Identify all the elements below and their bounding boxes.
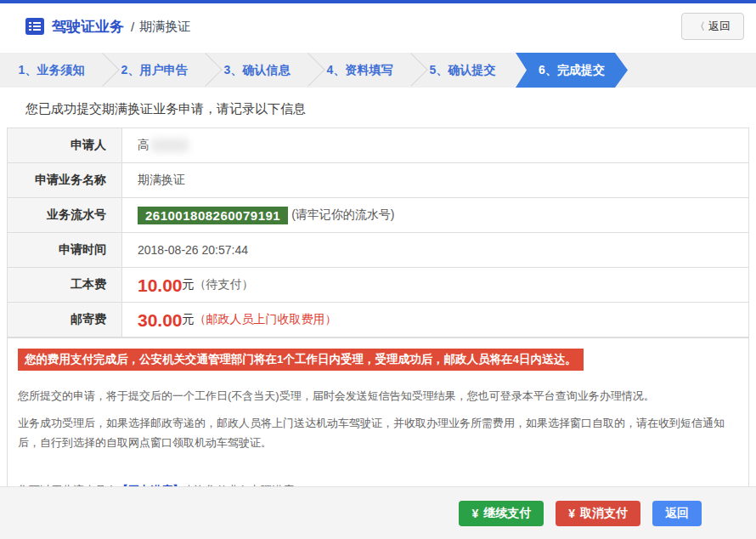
return-label: 返回 (665, 506, 689, 521)
row-label: 工本费 (8, 268, 122, 302)
cancel-payment-button[interactable]: ¥ 取消支付 (556, 501, 640, 526)
application-info-table: 申请人 高 申请业务名称 期满换证 业务流水号 2610018082600791… (7, 128, 749, 517)
row-value: 2018-08-26 20:57:44 (122, 233, 748, 267)
step-label: 3、确认信息 (224, 63, 291, 77)
return-button[interactable]: 返回 (652, 501, 702, 526)
row-label: 申请时间 (8, 233, 122, 267)
row-value: 高 (122, 128, 748, 162)
back-button-label: 返回 (708, 19, 731, 34)
row-label: 业务流水号 (8, 198, 122, 232)
payment-warning-banner: 您的费用支付完成后，公安机关交通管理部门将在1个工作日内受理，受理成功后，邮政人… (18, 349, 584, 371)
table-row-apply-time: 申请时间 2018-08-26 20:57:44 (8, 233, 748, 268)
table-row-mail-fee: 邮寄费 30.00 元 （邮政人员上门收取费用） (8, 303, 748, 338)
yen-icon: ¥ (471, 507, 478, 520)
applicant-name: 高 (138, 138, 150, 153)
step-tab-1: 1、业务须知 (0, 53, 103, 88)
row-value: 10.00 元 （待支付） (122, 268, 748, 302)
step-label: 5、确认提交 (430, 63, 496, 77)
breadcrumb-current: 期满换证 (139, 19, 190, 35)
table-row-applicant: 申请人 高 (8, 128, 748, 163)
notice-paragraph-2: 业务成功受理后，如果选择邮政寄递的，邮政人员将上门送达机动车驾驶证，并收取办理业… (18, 414, 736, 453)
step-tab-6-active: 6、完成提交 (516, 53, 628, 88)
step-label: 1、业务须知 (19, 63, 85, 77)
breadcrumb-separator: / (131, 20, 134, 34)
table-row-serial-number: 业务流水号 261001808260079191 (请牢记你的流水号) (8, 198, 748, 233)
row-value: 30.00 元 （邮政人员上门收取费用） (122, 303, 748, 337)
redacted-name-blur (151, 139, 189, 152)
yen-icon: ¥ (568, 507, 575, 520)
step-tab-2: 2、用户申告 (103, 53, 206, 88)
row-label: 邮寄费 (8, 303, 122, 337)
steps-filler (628, 53, 756, 88)
row-label: 申请业务名称 (8, 163, 122, 197)
fee-note: （邮政人员上门收取费用） (195, 312, 337, 327)
step-tab-5: 5、确认提交 (411, 53, 514, 88)
table-row-business-name: 申请业务名称 期满换证 (8, 163, 748, 198)
fee-note: （待支付） (195, 277, 254, 292)
page: 驾驶证业务 / 期满换证 〈 返回 1、业务须知 2、用户申告 3、确认信息 4… (0, 0, 756, 539)
step-label: 2、用户申告 (121, 63, 188, 77)
continue-payment-label: 继续支付 (483, 506, 531, 521)
step-progress-bar: 1、业务须知 2、用户申告 3、确认信息 4、资料填写 5、确认提交 6、完成提… (0, 53, 756, 88)
list-form-icon (25, 18, 44, 35)
cancel-payment-label: 取消支付 (580, 506, 628, 521)
row-label: 申请人 (8, 128, 122, 162)
step-tab-3: 3、确认信息 (206, 53, 308, 88)
notice-paragraph-1: 您所提交的申请，将于提交后的一个工作日(不含当天)受理，届时会发送短信告知受理结… (18, 387, 736, 406)
fee-amount: 30.00 (138, 311, 183, 329)
chevron-left-icon: 〈 (695, 20, 705, 34)
row-value: 261001808260079191 (请牢记你的流水号) (122, 198, 748, 232)
page-title: 驾驶证业务 (52, 17, 124, 37)
header: 驾驶证业务 / 期满换证 〈 返回 (0, 3, 756, 49)
serial-number-badge: 261001808260079191 (138, 207, 288, 224)
back-button[interactable]: 〈 返回 (681, 13, 744, 40)
fee-unit: 元 (183, 277, 195, 292)
serial-note: (请牢记你的流水号) (291, 207, 394, 223)
success-message: 您已成功提交期满换证业务申请，请记录以下信息 (0, 88, 756, 128)
fee-amount: 10.00 (138, 276, 183, 294)
fee-unit: 元 (183, 312, 195, 327)
step-tab-4: 4、资料填写 (308, 53, 411, 88)
step-label: 4、资料填写 (327, 63, 393, 77)
row-value: 期满换证 (122, 163, 748, 197)
continue-payment-button[interactable]: ¥ 继续支付 (459, 501, 544, 526)
table-row-production-fee: 工本费 10.00 元 （待支付） (8, 268, 748, 303)
footer-action-bar: ¥ 继续支付 ¥ 取消支付 返回 (0, 486, 756, 539)
